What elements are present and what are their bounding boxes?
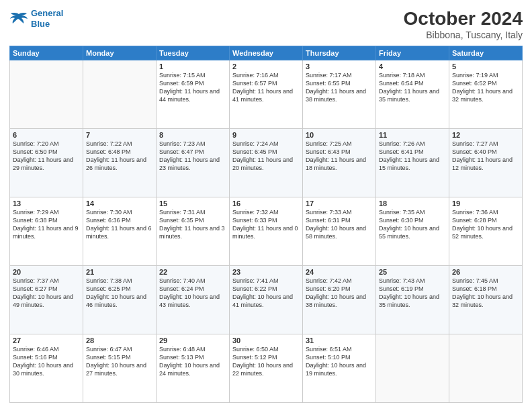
day-info: Sunrise: 7:19 AM Sunset: 6:52 PM Dayligh… — [452, 71, 519, 104]
page-container: General Blue October 2024 Bibbona, Tusca… — [0, 0, 532, 411]
day-number: 29 — [159, 336, 226, 345]
day-info: Sunrise: 7:40 AM Sunset: 6:24 PM Dayligh… — [159, 277, 226, 310]
day-info: Sunrise: 7:43 AM Sunset: 6:19 PM Dayligh… — [379, 277, 446, 310]
day-info: Sunrise: 7:16 AM Sunset: 6:57 PM Dayligh… — [232, 71, 300, 104]
calendar-header-row: Sunday Monday Tuesday Wednesday Thursday… — [10, 46, 523, 60]
day-number: 22 — [159, 268, 226, 276]
day-info: Sunrise: 7:36 AM Sunset: 6:28 PM Dayligh… — [452, 208, 519, 241]
table-cell — [83, 60, 157, 129]
day-number: 9 — [232, 131, 300, 139]
table-cell — [10, 60, 83, 129]
week-row-3: 13Sunrise: 7:29 AM Sunset: 6:38 PM Dayli… — [10, 197, 523, 266]
day-number: 10 — [306, 131, 373, 139]
day-info: Sunrise: 7:37 AM Sunset: 6:27 PM Dayligh… — [13, 277, 80, 310]
day-info: Sunrise: 7:25 AM Sunset: 6:43 PM Dayligh… — [306, 140, 373, 173]
day-number: 27 — [13, 336, 80, 345]
table-cell: 23Sunrise: 7:41 AM Sunset: 6:22 PM Dayli… — [230, 266, 303, 334]
day-info: Sunrise: 7:26 AM Sunset: 6:41 PM Dayligh… — [379, 140, 446, 173]
table-cell — [449, 334, 523, 403]
table-cell: 1Sunrise: 7:15 AM Sunset: 6:59 PM Daylig… — [157, 60, 230, 129]
table-cell: 5Sunrise: 7:19 AM Sunset: 6:52 PM Daylig… — [449, 60, 523, 129]
table-cell: 14Sunrise: 7:30 AM Sunset: 6:36 PM Dayli… — [83, 197, 157, 266]
col-sunday: Sunday — [10, 46, 83, 60]
day-number: 4 — [379, 62, 446, 71]
day-info: Sunrise: 7:18 AM Sunset: 6:54 PM Dayligh… — [379, 71, 446, 104]
col-saturday: Saturday — [449, 46, 523, 60]
table-cell: 6Sunrise: 7:20 AM Sunset: 6:50 PM Daylig… — [10, 129, 83, 197]
table-cell: 9Sunrise: 7:24 AM Sunset: 6:45 PM Daylig… — [230, 129, 303, 197]
table-cell: 17Sunrise: 7:33 AM Sunset: 6:31 PM Dayli… — [303, 197, 376, 266]
day-number: 13 — [13, 199, 80, 208]
table-cell: 4Sunrise: 7:18 AM Sunset: 6:54 PM Daylig… — [376, 60, 449, 129]
day-info: Sunrise: 7:24 AM Sunset: 6:45 PM Dayligh… — [232, 140, 300, 173]
table-cell: 28Sunrise: 6:47 AM Sunset: 5:15 PM Dayli… — [83, 334, 157, 403]
day-number: 24 — [306, 268, 373, 276]
col-tuesday: Tuesday — [157, 46, 230, 60]
day-number: 16 — [232, 199, 300, 208]
day-info: Sunrise: 7:32 AM Sunset: 6:33 PM Dayligh… — [232, 208, 300, 241]
day-number: 28 — [86, 336, 153, 345]
day-number: 8 — [159, 131, 226, 139]
day-info: Sunrise: 7:33 AM Sunset: 6:31 PM Dayligh… — [306, 208, 373, 241]
day-number: 19 — [452, 199, 519, 208]
day-number: 6 — [13, 131, 80, 139]
day-info: Sunrise: 7:27 AM Sunset: 6:40 PM Dayligh… — [452, 140, 519, 173]
day-info: Sunrise: 7:35 AM Sunset: 6:30 PM Dayligh… — [379, 208, 446, 241]
day-number: 15 — [159, 199, 226, 208]
day-number: 17 — [306, 199, 373, 208]
day-number: 18 — [379, 199, 446, 208]
logo-text: General Blue — [31, 8, 63, 29]
day-info: Sunrise: 6:50 AM Sunset: 5:12 PM Dayligh… — [232, 345, 300, 378]
table-cell: 29Sunrise: 6:48 AM Sunset: 5:13 PM Dayli… — [157, 334, 230, 403]
day-number: 2 — [232, 62, 300, 71]
table-cell: 21Sunrise: 7:38 AM Sunset: 6:25 PM Dayli… — [83, 266, 157, 334]
table-cell: 19Sunrise: 7:36 AM Sunset: 6:28 PM Dayli… — [449, 197, 523, 266]
table-cell: 10Sunrise: 7:25 AM Sunset: 6:43 PM Dayli… — [303, 129, 376, 197]
logo: General Blue — [9, 8, 63, 29]
location-subtitle: Bibbona, Tuscany, Italy — [404, 30, 523, 40]
table-cell: 22Sunrise: 7:40 AM Sunset: 6:24 PM Dayli… — [157, 266, 230, 334]
day-number: 25 — [379, 268, 446, 276]
table-cell: 3Sunrise: 7:17 AM Sunset: 6:55 PM Daylig… — [303, 60, 376, 129]
col-monday: Monday — [83, 46, 157, 60]
table-cell: 20Sunrise: 7:37 AM Sunset: 6:27 PM Dayli… — [10, 266, 83, 334]
table-cell: 30Sunrise: 6:50 AM Sunset: 5:12 PM Dayli… — [230, 334, 303, 403]
day-info: Sunrise: 7:38 AM Sunset: 6:25 PM Dayligh… — [86, 277, 153, 310]
logo-icon — [9, 11, 28, 26]
day-number: 12 — [452, 131, 519, 139]
table-cell: 12Sunrise: 7:27 AM Sunset: 6:40 PM Dayli… — [449, 129, 523, 197]
day-info: Sunrise: 7:31 AM Sunset: 6:35 PM Dayligh… — [159, 208, 226, 241]
table-cell: 11Sunrise: 7:26 AM Sunset: 6:41 PM Dayli… — [376, 129, 449, 197]
table-cell: 2Sunrise: 7:16 AM Sunset: 6:57 PM Daylig… — [230, 60, 303, 129]
day-number: 5 — [452, 62, 519, 71]
month-title: October 2024 — [404, 8, 523, 30]
day-number: 7 — [86, 131, 153, 139]
day-info: Sunrise: 7:15 AM Sunset: 6:59 PM Dayligh… — [159, 71, 226, 104]
table-cell: 18Sunrise: 7:35 AM Sunset: 6:30 PM Dayli… — [376, 197, 449, 266]
day-info: Sunrise: 7:29 AM Sunset: 6:38 PM Dayligh… — [13, 208, 80, 241]
table-cell: 8Sunrise: 7:23 AM Sunset: 6:47 PM Daylig… — [157, 129, 230, 197]
day-info: Sunrise: 7:41 AM Sunset: 6:22 PM Dayligh… — [232, 277, 300, 310]
table-cell: 31Sunrise: 6:51 AM Sunset: 5:10 PM Dayli… — [303, 334, 376, 403]
col-wednesday: Wednesday — [230, 46, 303, 60]
day-info: Sunrise: 6:51 AM Sunset: 5:10 PM Dayligh… — [306, 345, 373, 378]
day-info: Sunrise: 7:45 AM Sunset: 6:18 PM Dayligh… — [452, 277, 519, 310]
table-cell: 24Sunrise: 7:42 AM Sunset: 6:20 PM Dayli… — [303, 266, 376, 334]
table-cell — [376, 334, 449, 403]
day-info: Sunrise: 7:17 AM Sunset: 6:55 PM Dayligh… — [306, 71, 373, 104]
day-info: Sunrise: 7:20 AM Sunset: 6:50 PM Dayligh… — [13, 140, 80, 173]
table-cell: 16Sunrise: 7:32 AM Sunset: 6:33 PM Dayli… — [230, 197, 303, 266]
day-info: Sunrise: 6:46 AM Sunset: 5:16 PM Dayligh… — [13, 345, 80, 378]
calendar-table: Sunday Monday Tuesday Wednesday Thursday… — [9, 46, 523, 403]
table-cell: 25Sunrise: 7:43 AM Sunset: 6:19 PM Dayli… — [376, 266, 449, 334]
week-row-2: 6Sunrise: 7:20 AM Sunset: 6:50 PM Daylig… — [10, 129, 523, 197]
day-number: 1 — [159, 62, 226, 71]
table-cell: 7Sunrise: 7:22 AM Sunset: 6:48 PM Daylig… — [83, 129, 157, 197]
day-number: 11 — [379, 131, 446, 139]
day-number: 21 — [86, 268, 153, 276]
day-number: 30 — [232, 336, 300, 345]
day-info: Sunrise: 7:42 AM Sunset: 6:20 PM Dayligh… — [306, 277, 373, 310]
week-row-4: 20Sunrise: 7:37 AM Sunset: 6:27 PM Dayli… — [10, 266, 523, 334]
table-cell: 26Sunrise: 7:45 AM Sunset: 6:18 PM Dayli… — [449, 266, 523, 334]
day-info: Sunrise: 7:30 AM Sunset: 6:36 PM Dayligh… — [86, 208, 153, 241]
